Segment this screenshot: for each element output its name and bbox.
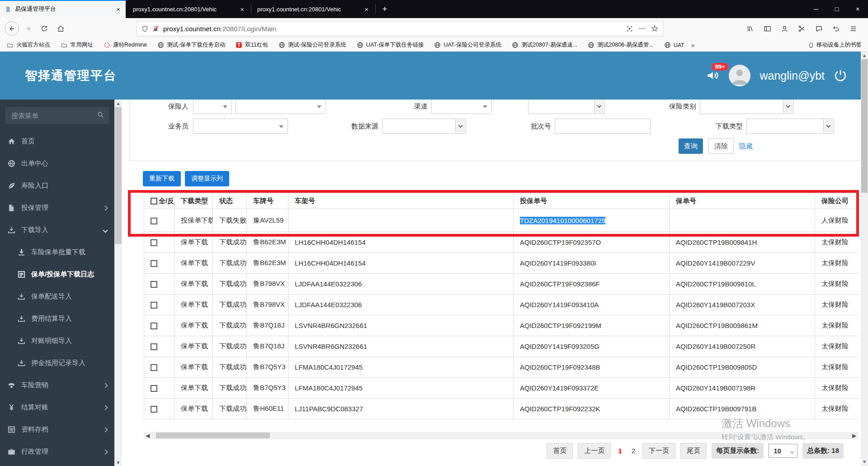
page-scrollbar[interactable]: ▲ ▼ (861, 52, 868, 466)
sidebar-item[interactable]: 出单中心 (0, 152, 114, 175)
table-row[interactable]: 投保单下载 下载失败 豫AV2L59 TDZA20194101000060172… (144, 209, 859, 232)
bookmark-item[interactable]: UAT (664, 42, 684, 48)
avatar[interactable] (729, 65, 750, 86)
sidebar-item[interactable]: 对账明细导入 (0, 330, 114, 352)
bookmark-item[interactable]: UAT-保险公司登录系统 (434, 41, 501, 49)
bookmark-item[interactable]: 测试-保单下载任务启动 (157, 41, 225, 49)
sidebar-item[interactable]: 车险保单批量下载 (0, 241, 114, 263)
prev-page-button[interactable]: 上一页 (578, 443, 611, 459)
url-bar[interactable]: proxy1.countnet.cn:20807/Login/Main (137, 21, 663, 36)
insurance-type-select[interactable] (700, 100, 794, 114)
row-checkbox[interactable] (151, 260, 157, 267)
table-row[interactable]: 保单下载 下载成功 鲁B798VX LJDFAA144E0322306 AQID… (144, 295, 859, 315)
vscrollbar-thumb[interactable] (861, 59, 868, 193)
back-button[interactable] (5, 21, 19, 36)
new-tab-button[interactable]: + (377, 0, 392, 18)
bookmark-star-icon[interactable] (651, 25, 658, 32)
sidebar-item[interactable]: 首页 (0, 130, 114, 152)
page-actions-icon[interactable] (638, 25, 646, 32)
library-icon[interactable] (746, 25, 754, 33)
bookmark-item[interactable]: 常用网址 (61, 41, 93, 49)
scan-icon[interactable] (626, 25, 633, 32)
sidebar-item[interactable]: 行政管理 (0, 441, 114, 463)
row-checkbox[interactable] (151, 343, 157, 350)
row-checkbox[interactable] (151, 218, 157, 224)
scroll-down-icon[interactable]: ▼ (114, 459, 122, 466)
insurer-select-1[interactable] (193, 100, 232, 114)
data-source-select[interactable] (382, 119, 466, 134)
account-icon[interactable] (781, 25, 788, 33)
sidebar-item[interactable]: 车险营销 (0, 374, 114, 396)
bookmark-item[interactable]: 测试20807-易保通速... (512, 41, 577, 49)
table-row[interactable]: 保单下载 下载成功 鲁B62E3M LH16CHH04DH146154 AQID… (144, 253, 859, 274)
bookmark-item[interactable]: 双11红包 (236, 41, 268, 49)
scroll-right-icon[interactable]: ▶ (850, 433, 858, 439)
reload-button[interactable] (37, 21, 52, 36)
tab-2[interactable]: proxy1.countnet.cn:20801/Vehic × (128, 0, 250, 18)
batch-no-input[interactable] (555, 119, 651, 134)
row-checkbox[interactable] (151, 406, 157, 413)
last-page-button[interactable]: 尾页 (680, 443, 707, 459)
scroll-up-icon[interactable]: ▲ (861, 52, 868, 59)
sidebars-icon[interactable] (764, 25, 771, 33)
minimize-button[interactable]: ─ (806, 0, 826, 18)
next-page-button[interactable]: 下一页 (642, 443, 675, 459)
scroll-left-icon[interactable]: ◀ (144, 433, 151, 439)
page-size-select[interactable]: 10 (769, 444, 797, 458)
search-icon[interactable] (97, 111, 104, 119)
sidebar-item[interactable]: 寿险入口 (0, 175, 114, 197)
bookmark-item[interactable]: 测试20806-易保通管... (588, 41, 653, 49)
adjust-columns-button[interactable]: 调整显示列 (185, 171, 229, 186)
clear-button[interactable]: 清除 (708, 138, 734, 154)
horizontal-scrollbar[interactable]: ◀ ▶ (144, 432, 858, 439)
table-row[interactable]: 保单下载 下载成功 鲁B62E3M LH16CHH04DH146154 AQID… (144, 232, 859, 253)
table-row[interactable]: 保单下载 下载成功 鲁B7Q18J LSVNR4BR6GN232661 AQID… (144, 315, 859, 336)
table-row[interactable]: 保单下载 下载成功 鲁B7Q18J LSVNR4BR6GN232661 AQID… (144, 336, 859, 357)
bookmark-item[interactable]: 康特Redmine (104, 41, 147, 49)
tab-3[interactable]: proxy1.countnet.cn:20801/Vehic × (253, 0, 374, 18)
scroll-down-icon[interactable]: ▼ (861, 458, 868, 465)
sidebar-item[interactable]: 保单/投保单下载日志 (0, 263, 114, 285)
scrollbar-thumb[interactable] (115, 107, 122, 244)
menu-icon[interactable] (849, 25, 857, 33)
row-checkbox[interactable] (151, 323, 157, 329)
bookmark-item[interactable]: 火狐官方站点 (6, 41, 50, 49)
hide-link[interactable]: 隐藏 (739, 142, 753, 151)
bookmark-item[interactable]: UAT-保单下载任务链接 (357, 41, 424, 49)
check-all-header[interactable]: 全/反 (144, 193, 175, 209)
sidebar-item[interactable]: 保单配送导入 (0, 285, 114, 308)
logout-power-button[interactable] (834, 69, 847, 82)
send-tab-icon[interactable] (832, 25, 840, 33)
salesman-select[interactable] (193, 119, 288, 134)
page-number[interactable]: 1 (616, 447, 624, 455)
tab-active[interactable]: 易保通管理平台 × (0, 0, 126, 18)
redownload-button[interactable]: 重新下载 (143, 171, 181, 186)
shield-icon[interactable] (142, 25, 148, 32)
tab-close-icon[interactable]: × (239, 5, 245, 13)
tab-close-icon[interactable]: × (115, 5, 121, 13)
sidebar-item[interactable]: 费用结算导入 (0, 308, 114, 330)
row-checkbox[interactable] (151, 364, 157, 371)
extension-chat-icon[interactable] (815, 25, 823, 33)
scroll-up-icon[interactable]: ▲ (114, 100, 122, 107)
search-button[interactable]: 查询 (679, 138, 703, 154)
insurer-select-2[interactable] (236, 100, 326, 114)
sidebar-item[interactable]: 结算对账 (0, 396, 114, 418)
sidebar-item[interactable]: 下载导入 (0, 219, 114, 241)
tab-close-icon[interactable]: × (363, 5, 369, 13)
forward-button[interactable] (21, 21, 35, 36)
channel-select[interactable] (431, 100, 492, 114)
bookmarks-overflow-chevron[interactable]: » (691, 42, 695, 49)
sidebar-item[interactable]: 资料存档 (0, 418, 114, 441)
sidebar-item[interactable]: 投保管理 (0, 197, 114, 219)
hscrollbar-thumb[interactable] (156, 433, 270, 438)
row-checkbox[interactable] (151, 302, 157, 309)
select-all-checkbox[interactable] (151, 198, 157, 204)
mobile-bookmarks[interactable]: 移动设备上的书签 (808, 41, 862, 49)
extension-scissors-icon[interactable] (798, 25, 806, 33)
download-type-select[interactable] (746, 119, 834, 134)
row-checkbox[interactable] (151, 385, 157, 392)
row-checkbox[interactable] (151, 239, 157, 246)
close-button[interactable]: × (847, 0, 868, 18)
first-page-button[interactable]: 首页 (547, 443, 573, 459)
